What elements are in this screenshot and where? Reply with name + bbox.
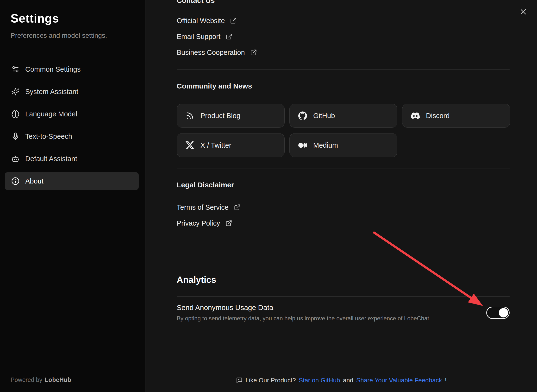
button-label: Product Blog [200, 112, 240, 120]
link-label: Terms of Service [177, 203, 229, 211]
sidebar-item-language-model[interactable]: Language Model [5, 105, 139, 123]
external-link-icon [230, 17, 237, 24]
analytics-heading: Analytics [177, 275, 510, 285]
link-label: Email Support [177, 33, 220, 41]
sidebar-item-label: Common Settings [25, 65, 81, 73]
link-label: Business Cooperation [177, 49, 245, 57]
legal-heading: Legal Disclaimer [177, 181, 510, 189]
close-button[interactable] [518, 6, 529, 17]
external-link-icon [225, 220, 232, 227]
toggle-knob [499, 308, 508, 317]
sidebar-item-label: Text-to-Speech [25, 133, 72, 140]
contact-links: Official Website Email Support Business … [177, 13, 510, 60]
star-on-github-link[interactable]: Star on GitHub [299, 377, 340, 384]
official-website-link[interactable]: Official Website [177, 13, 237, 29]
setting-description: By opting to send telemetry data, you ca… [177, 314, 431, 322]
medium-icon [298, 141, 307, 150]
sidebar-item-default-assistant[interactable]: Default Assistant [5, 150, 139, 168]
lobehub-brand[interactable]: LobeHub [45, 376, 71, 383]
bot-icon [11, 155, 19, 163]
settings-sidebar: Settings Preferences and model settings.… [0, 0, 146, 392]
sidebar-item-label: Default Assistant [25, 155, 77, 163]
powered-by: Powered byLobeHub [11, 376, 71, 383]
privacy-policy-link[interactable]: Privacy Policy [177, 215, 232, 231]
sidebar-item-about[interactable]: About [5, 172, 139, 190]
external-link-icon [250, 49, 257, 56]
rss-icon [186, 111, 194, 120]
community-buttons: Product Blog GitHub Discord X / Twitter … [177, 104, 510, 157]
discord-icon [411, 111, 420, 120]
external-link-icon [226, 33, 232, 40]
sidebar-item-label: System Assistant [25, 88, 78, 96]
settings-nav: Common Settings System Assistant Languag… [5, 60, 139, 195]
sidebar-item-label: About [25, 177, 44, 185]
footer-text: ! [445, 377, 447, 384]
section-divider [177, 169, 510, 169]
external-link-icon [234, 204, 241, 211]
mic-icon [11, 132, 19, 140]
contact-heading: Contact Us [177, 0, 510, 5]
send-usage-setting: Send Anonymous Usage Data By opting to s… [177, 303, 510, 322]
section-divider [177, 70, 510, 70]
sliders-icon [11, 65, 19, 73]
button-label: X / Twitter [200, 141, 231, 149]
medium-button[interactable]: Medium [289, 133, 397, 157]
powered-by-text: Powered by [11, 376, 42, 383]
setting-label: Send Anonymous Usage Data [177, 303, 431, 312]
button-label: Discord [426, 112, 450, 120]
button-label: Medium [313, 141, 338, 149]
sidebar-item-text-to-speech[interactable]: Text-to-Speech [5, 127, 139, 145]
feedback-bubble-icon [236, 377, 243, 384]
footer-text: Like Our Product? [245, 377, 296, 384]
email-support-link[interactable]: Email Support [177, 29, 232, 44]
legal-links: Terms of Service Privacy Policy [177, 199, 510, 231]
community-heading: Community and News [177, 82, 510, 90]
x-icon [186, 141, 194, 150]
sidebar-item-label: Language Model [25, 110, 77, 118]
link-label: Privacy Policy [177, 219, 220, 227]
discord-button[interactable]: Discord [402, 104, 510, 128]
terms-of-service-link[interactable]: Terms of Service [177, 199, 241, 215]
setting-text: Send Anonymous Usage Data By opting to s… [177, 303, 431, 322]
link-label: Official Website [177, 17, 225, 25]
share-feedback-link[interactable]: Share Your Valuable Feedback [356, 377, 442, 384]
github-icon [298, 111, 307, 120]
sidebar-item-system-assistant[interactable]: System Assistant [5, 83, 139, 101]
github-button[interactable]: GitHub [289, 104, 397, 128]
info-icon [11, 177, 19, 185]
page-subtitle: Preferences and model settings. [11, 32, 145, 39]
sidebar-item-common-settings[interactable]: Common Settings [5, 60, 139, 78]
x-twitter-button[interactable]: X / Twitter [177, 133, 285, 157]
business-cooperation-link[interactable]: Business Cooperation [177, 44, 257, 60]
page-title: Settings [11, 12, 145, 25]
button-label: GitHub [313, 112, 335, 120]
product-blog-button[interactable]: Product Blog [177, 104, 285, 128]
page-footer: Like Our Product? Star on GitHub and Sha… [146, 377, 537, 384]
send-usage-toggle[interactable] [486, 307, 510, 319]
section-divider [177, 296, 510, 297]
about-panel: Contact Us Official Website Email Suppor… [146, 0, 537, 392]
brain-icon [11, 110, 19, 118]
sparkles-icon [11, 88, 19, 96]
footer-text: and [343, 377, 353, 384]
